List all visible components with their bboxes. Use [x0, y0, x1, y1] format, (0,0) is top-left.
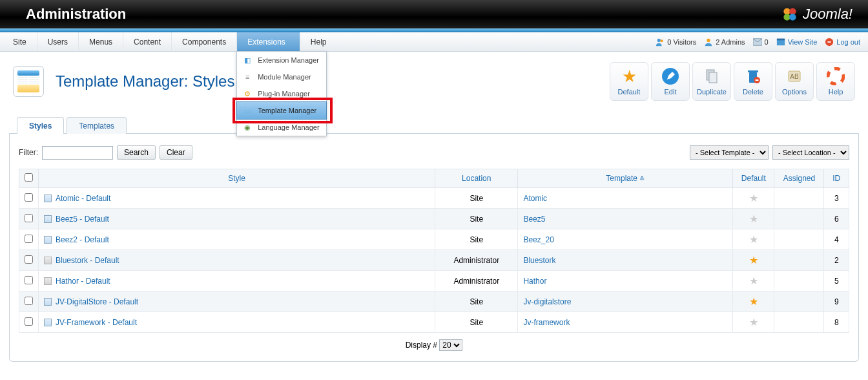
template-link[interactable]: Atomic [523, 194, 547, 203]
location-cell: Site [435, 312, 518, 333]
site-icon [44, 298, 52, 306]
template-link[interactable]: Jv-framework [523, 318, 570, 327]
menu-menus[interactable]: Menus [78, 32, 123, 51]
clear-button[interactable]: Clear [160, 145, 192, 160]
trash-icon [744, 67, 762, 85]
row-checkbox[interactable] [25, 276, 33, 284]
default-star[interactable]: ★ [749, 193, 758, 204]
style-link[interactable]: Hathor - Default [56, 277, 110, 286]
dropdown-extension-manager[interactable]: ◧Extension Manager [237, 52, 326, 69]
main-content: Template Manager: Styles ★DefaultEditDup… [0, 52, 868, 375]
default-button[interactable]: ★Default [610, 62, 648, 101]
location-cell: Site [435, 291, 518, 312]
style-link[interactable]: Beez5 - Default [56, 215, 109, 224]
table-row: JV-DigitalStore - DefaultSiteJv-digitals… [19, 291, 849, 312]
template-link[interactable]: Hathor [523, 277, 546, 286]
title-bar: Template Manager: Styles ★DefaultEditDup… [9, 57, 859, 112]
filter-label: Filter: [19, 148, 38, 157]
location-cell: Site [435, 188, 518, 209]
default-star[interactable]: ★ [749, 234, 758, 245]
svg-point-3 [789, 14, 796, 21]
tab-templates[interactable]: Templates [67, 117, 127, 134]
brand-text: Joomla! [803, 6, 852, 23]
row-checkbox[interactable] [25, 193, 33, 202]
status-messages[interactable]: 0 [753, 38, 769, 46]
location-cell: Site [435, 229, 518, 250]
row-checkbox[interactable] [25, 214, 33, 222]
col-style[interactable]: Style [39, 169, 435, 188]
menu-help[interactable]: Help [300, 32, 337, 51]
menu-site[interactable]: Site [8, 32, 37, 51]
default-star[interactable]: ★ [749, 213, 758, 224]
dropdown-template-manager[interactable]: ▭Template Manager [236, 101, 327, 120]
view-site-link[interactable]: View Site [776, 37, 818, 47]
svg-point-4 [657, 38, 661, 41]
plug-icon: ⚙ [242, 89, 253, 99]
dropdown-plug-in-manager[interactable]: ⚙Plug-in Manager [237, 85, 326, 102]
menu-extensions[interactable]: Extensions◧Extension Manager≡Module Mana… [236, 32, 300, 51]
status-admins[interactable]: 2 Admins [704, 37, 745, 47]
styles-table: Style Location Template ≙ Default Assign… [19, 169, 849, 333]
default-star[interactable]: ★ [749, 317, 758, 328]
template-icon: ▭ [242, 105, 253, 116]
default-star[interactable]: ★ [749, 275, 758, 286]
display-label: Display # [406, 341, 437, 350]
dropdown-language-manager[interactable]: ◉Language Manager [237, 119, 326, 136]
col-template[interactable]: Template ≙ [518, 169, 733, 188]
tabs: StylesTemplates [9, 116, 859, 134]
logout-link[interactable]: Log out [825, 37, 860, 47]
dropdown-module-manager[interactable]: ≡Module Manager [237, 69, 326, 85]
stop-icon [825, 37, 834, 47]
row-checkbox[interactable] [25, 297, 33, 305]
toolbar: ★DefaultEditDuplicateDeleteABOptionsHelp [610, 62, 855, 101]
style-link[interactable]: Bluestork - Default [56, 256, 119, 265]
copy-icon [703, 67, 721, 85]
table-row: Beez5 - DefaultSiteBeez5★6 [19, 209, 849, 229]
assigned-cell [774, 250, 824, 271]
style-link[interactable]: Atomic - Default [56, 194, 110, 203]
puzzle-icon: ◧ [242, 55, 253, 65]
template-link[interactable]: Beez5 [523, 215, 545, 224]
default-star[interactable]: ★ [749, 255, 758, 266]
brand: Joomla! [781, 5, 852, 23]
select-location-filter[interactable]: - Select Location - [772, 145, 849, 160]
menu-content[interactable]: Content [123, 32, 171, 51]
col-location[interactable]: Location [435, 169, 518, 188]
menu-components[interactable]: Components [171, 32, 236, 51]
style-link[interactable]: JV-DigitalStore - Default [56, 297, 138, 306]
display-select[interactable]: 20 [439, 339, 462, 351]
col-id: ID [824, 169, 849, 188]
menu-users[interactable]: Users [37, 32, 78, 51]
template-link[interactable]: Bluestork [523, 256, 555, 265]
id-cell: 2 [824, 250, 849, 271]
template-link[interactable]: Jv-digitalstore [523, 297, 571, 306]
template-link[interactable]: Beez_20 [523, 235, 553, 244]
default-star[interactable]: ★ [749, 296, 758, 307]
row-checkbox[interactable] [25, 317, 33, 326]
row-checkbox[interactable] [25, 255, 33, 264]
col-assigned: Assigned [774, 169, 824, 188]
id-cell: 9 [824, 291, 849, 312]
select-all-checkbox[interactable] [25, 173, 33, 182]
filter-selects: - Select Template -- Select Location - [690, 145, 849, 160]
options-button[interactable]: ABOptions [775, 62, 814, 101]
sort-indicator-icon: ≙ [639, 175, 645, 182]
select-template-filter[interactable]: - Select Template - [690, 145, 769, 160]
style-link[interactable]: Beez2 - Default [56, 235, 109, 244]
status-visitors[interactable]: 0 Visitors [656, 37, 696, 47]
duplicate-button[interactable]: Duplicate [692, 62, 731, 101]
edit-button[interactable]: Edit [651, 62, 690, 101]
assigned-cell [774, 209, 824, 229]
id-cell: 5 [824, 271, 849, 291]
tab-styles[interactable]: Styles [17, 117, 64, 134]
menubar: SiteUsersMenusContentComponentsExtension… [0, 32, 868, 52]
style-link[interactable]: JV-Framework - Default [56, 318, 137, 327]
search-button[interactable]: Search [117, 145, 156, 160]
filter-input[interactable] [42, 146, 113, 160]
panel: Filter: Search Clear - Select Template -… [9, 134, 859, 362]
table-row: Bluestork - DefaultAdministratorBluestor… [19, 250, 849, 271]
help-button[interactable]: Help [816, 62, 855, 101]
delete-button[interactable]: Delete [734, 62, 772, 101]
row-checkbox[interactable] [25, 235, 33, 243]
site-icon [44, 319, 52, 326]
